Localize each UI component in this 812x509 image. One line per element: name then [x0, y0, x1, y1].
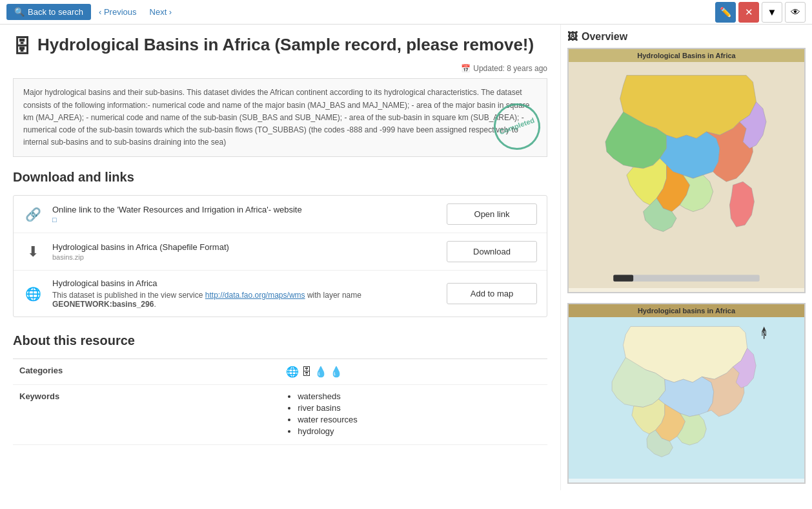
view-button[interactable]: 👁: [785, 2, 806, 23]
wms-description: This dataset is published in the view se…: [52, 291, 437, 309]
sidebar: 🖼 Overview Hydrological Basins in Africa: [560, 25, 812, 490]
categories-row: Categories 🌐 🗄 💧 💧: [13, 359, 547, 385]
edit-button[interactable]: ✏️: [715, 2, 736, 23]
back-to-search-button[interactable]: 🔍 Back to search: [6, 4, 91, 20]
about-table: Categories 🌐 🗄 💧 💧 Keywords: [13, 358, 547, 445]
download-section-header: Download and links: [13, 170, 547, 187]
about-section: About this resource Categories 🌐 🗄 💧 💧: [13, 333, 547, 445]
back-label: Back to search: [28, 7, 83, 17]
keyword-4: hydrology: [298, 426, 541, 436]
link-row-1: 🔗 Online link to the 'Water Resources an…: [14, 196, 547, 233]
link-action-3: Add to map: [447, 283, 537, 304]
nav-left: 🔍 Back to search ‹ Previous Next ›: [6, 4, 177, 20]
wms-text2: with layer name: [305, 291, 361, 300]
link-info-2: Hydrological basins in Africa (Shapefile…: [52, 242, 437, 261]
category-icon-2: 🗄: [301, 366, 312, 378]
svg-rect-1: [613, 275, 633, 281]
africa-map-1: [569, 62, 804, 288]
link-action-1: Open link: [447, 203, 537, 225]
link-action-2: Download: [447, 241, 537, 262]
category-icons: 🌐 🗄 💧 💧: [286, 366, 541, 378]
link-row-3: 🌐 Hydrological basins in Africa This dat…: [14, 271, 547, 317]
link-sublink-1[interactable]: □: [52, 216, 437, 223]
download-button[interactable]: Download: [447, 241, 537, 262]
overview-label: Overview: [582, 31, 627, 43]
download-icon: ⬇: [23, 244, 43, 260]
svg-rect-0: [613, 275, 759, 281]
africa-map-2: N: [569, 317, 804, 479]
keywords-value: watersheds river basins water resources …: [279, 385, 547, 445]
wms-text3: .: [154, 300, 156, 309]
dropdown-button[interactable]: ▼: [762, 2, 782, 23]
keywords-row: Keywords watersheds river basins water r…: [13, 385, 547, 445]
link-title-3: Hydrological basins in Africa: [52, 278, 437, 288]
database-icon: 🗄: [13, 36, 31, 59]
nav-right: ✏️ ✕ ▼ 👁: [715, 2, 806, 23]
calendar-icon: 📅: [461, 64, 471, 73]
updated-text: Updated: 8 years ago: [473, 64, 547, 73]
map2-title-bar: Hydrological basins in Africa: [569, 304, 804, 317]
category-icon-3: 💧: [314, 366, 327, 378]
page-title-area: 🗄 Hydrological Basins in Africa (Sample …: [13, 34, 547, 59]
svg-marker-4: [762, 326, 766, 331]
links-table: 🔗 Online link to the 'Water Resources an…: [13, 195, 547, 317]
globe-icon: 🌐: [23, 286, 43, 302]
keyword-3: water resources: [298, 415, 541, 424]
previous-button[interactable]: ‹ Previous: [94, 4, 142, 20]
link-title-2: Hydrological basins in Africa (Shapefile…: [52, 242, 437, 252]
categories-value: 🌐 🗄 💧 💧: [279, 359, 547, 385]
overview-header: 🖼 Overview: [567, 31, 806, 43]
map-thumbnail-1: Hydrological Basins in Africa: [567, 48, 806, 293]
content-area: 🗄 Hydrological Basins in Africa (Sample …: [0, 25, 560, 490]
keyword-2: river basins: [298, 403, 541, 413]
link-subtitle-2: basins.zip: [52, 253, 437, 261]
category-icon-4: 💧: [330, 366, 343, 378]
page-title: Hydrological Basins in Africa (Sample re…: [37, 34, 534, 56]
keywords-list: watersheds river basins water resources …: [286, 391, 541, 436]
add-to-map-button[interactable]: Add to map: [447, 283, 537, 304]
link-title-1: Online link to the 'Water Resources and …: [52, 205, 437, 214]
next-button[interactable]: Next ›: [145, 4, 178, 20]
top-bar: 🔍 Back to search ‹ Previous Next › ✏️ ✕ …: [0, 0, 812, 25]
wms-text1: This dataset is published in the view se…: [52, 291, 205, 300]
link-info-3: Hydrological basins in Africa This datas…: [52, 278, 437, 309]
image-icon: 🖼: [567, 31, 578, 43]
delete-button[interactable]: ✕: [738, 2, 759, 23]
updated-info: 📅 Updated: 8 years ago: [13, 64, 547, 73]
search-icon: 🔍: [14, 7, 25, 17]
link-icon-1: 🔗: [23, 207, 43, 222]
map-thumbnail-2: Hydrological basins in Africa N: [567, 303, 806, 484]
description-box: Major hydrological basins and their sub-…: [13, 78, 547, 157]
categories-label: Categories: [13, 359, 279, 385]
wms-link[interactable]: http://data.fao.org/maps/wms: [205, 291, 305, 300]
about-section-header: About this resource: [13, 333, 547, 351]
category-icon-1: 🌐: [286, 366, 299, 378]
open-link-button[interactable]: Open link: [447, 203, 537, 225]
link-row-2: ⬇ Hydrological basins in Africa (Shapefi…: [14, 233, 547, 271]
link-info-1: Online link to the 'Water Resources and …: [52, 205, 437, 223]
keywords-label: Keywords: [13, 385, 279, 445]
keyword-1: watersheds: [298, 391, 541, 401]
main-layout: 🗄 Hydrological Basins in Africa (Sample …: [0, 25, 812, 490]
description-text: Major hydrological basins and their sub-…: [23, 88, 529, 147]
wms-layer: GEONETWORK:basins_296: [52, 300, 154, 309]
map1-title-bar: Hydrological Basins in Africa: [569, 49, 804, 62]
